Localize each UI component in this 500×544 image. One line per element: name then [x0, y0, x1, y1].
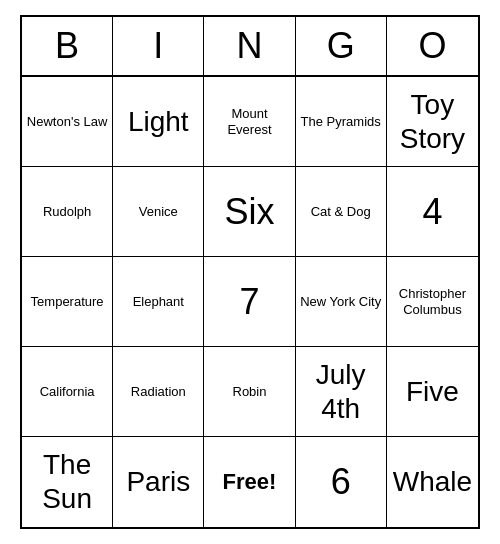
bingo-cell: Free!: [204, 437, 295, 527]
bingo-cell: 6: [296, 437, 387, 527]
bingo-cell: Elephant: [113, 257, 204, 347]
bingo-cell: 7: [204, 257, 295, 347]
bingo-cell: Paris: [113, 437, 204, 527]
bingo-cell: Toy Story: [387, 77, 478, 167]
bingo-grid: Newton's LawLightMount EverestThe Pyrami…: [22, 77, 478, 527]
bingo-cell: Robin: [204, 347, 295, 437]
bingo-cell: Temperature: [22, 257, 113, 347]
header-letter: O: [387, 17, 478, 75]
bingo-header: BINGO: [22, 17, 478, 77]
bingo-cell: New York City: [296, 257, 387, 347]
bingo-cell: The Sun: [22, 437, 113, 527]
bingo-cell: Whale: [387, 437, 478, 527]
bingo-cell: 4: [387, 167, 478, 257]
header-letter: I: [113, 17, 204, 75]
bingo-cell: Light: [113, 77, 204, 167]
bingo-cell: Five: [387, 347, 478, 437]
bingo-cell: Newton's Law: [22, 77, 113, 167]
bingo-card: BINGO Newton's LawLightMount EverestThe …: [20, 15, 480, 529]
bingo-cell: Christopher Columbus: [387, 257, 478, 347]
bingo-cell: July 4th: [296, 347, 387, 437]
bingo-cell: Venice: [113, 167, 204, 257]
bingo-cell: Cat & Dog: [296, 167, 387, 257]
bingo-cell: California: [22, 347, 113, 437]
bingo-cell: Six: [204, 167, 295, 257]
bingo-cell: Rudolph: [22, 167, 113, 257]
bingo-cell: Radiation: [113, 347, 204, 437]
header-letter: B: [22, 17, 113, 75]
header-letter: N: [204, 17, 295, 75]
bingo-cell: The Pyramids: [296, 77, 387, 167]
bingo-cell: Mount Everest: [204, 77, 295, 167]
header-letter: G: [296, 17, 387, 75]
